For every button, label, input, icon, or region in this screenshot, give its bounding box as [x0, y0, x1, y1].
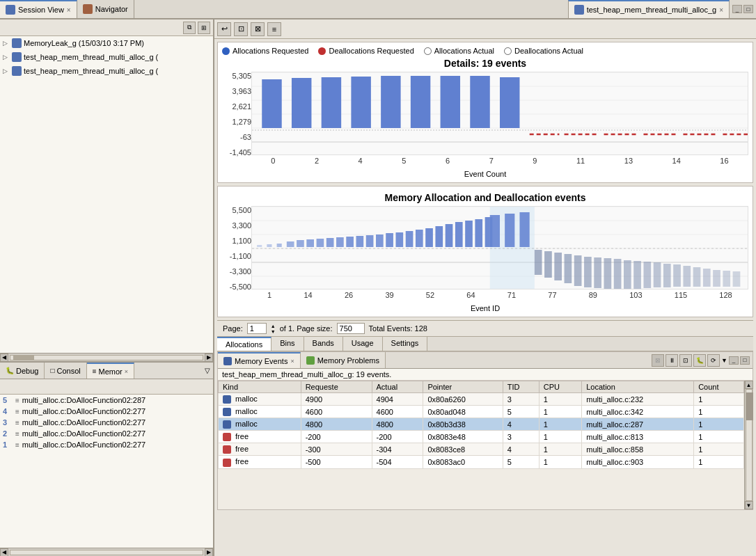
mem-toolbar-btn1[interactable]: ⊠ [652, 354, 664, 367]
col-pointer[interactable]: Pointer [423, 381, 503, 393]
xmid-5: 64 [466, 291, 475, 299]
heap-tab-close[interactable]: × [719, 6, 723, 14]
table-row[interactable]: free -200 -200 0x8083e48 3 1 multi_alloc… [219, 431, 744, 443]
left-toolbar-btn2[interactable]: ⊞ [198, 22, 210, 34]
svg-rect-61 [584, 257, 592, 287]
stack-item[interactable]: 1 ≡ multi_alloc.c:DoAllocFunction02:277 [0, 439, 213, 450]
col-requested[interactable]: Requeste [301, 381, 372, 393]
window-minimize[interactable]: _ [732, 5, 742, 13]
mem-toolbar-maximize[interactable]: □ [740, 356, 750, 365]
tree-node-icon [12, 66, 22, 76]
tree-node-icon [12, 38, 22, 48]
cell-cpu: 1 [539, 431, 581, 443]
tab-console[interactable]: □ Consol [45, 363, 86, 379]
mem-toolbar-btn5[interactable]: ⟳ [707, 354, 720, 367]
tab-memory-problems[interactable]: Memory Problems [301, 352, 386, 368]
bottom-left-chevron[interactable]: ▽ [205, 367, 210, 374]
xtick-9: 14 [672, 157, 681, 165]
col-location[interactable]: Location [582, 381, 694, 393]
xmid-4: 52 [426, 291, 434, 299]
stack-item[interactable]: 3 ≡ multi_alloc.c:DoAllocFunction02:277 [0, 417, 213, 428]
ytick-1: 3,963 [232, 87, 251, 95]
mem-toolbar-btn3[interactable]: ⊡ [679, 354, 692, 367]
svg-rect-62 [594, 257, 601, 288]
svg-rect-45 [425, 228, 433, 247]
navigator-icon [83, 4, 93, 14]
tab-session-view[interactable]: Session View × [0, 0, 77, 18]
stack-item[interactable]: 4 ≡ multi_alloc.c:DoAllocFunction02:277 [0, 406, 213, 417]
cell-location: multi_alloc.c:813 [582, 431, 694, 443]
session-view-close[interactable]: × [67, 6, 71, 14]
col-kind[interactable]: Kind [219, 381, 301, 393]
tree-item[interactable]: ▷ MemoryLeak_g (15/03/10 3:17 PM) [0, 36, 213, 50]
table-scroll-down[interactable]: ▼ [745, 501, 753, 509]
memory-tab-label: Memor [99, 367, 123, 376]
mem-toolbar-dropdown[interactable]: ▼ [721, 357, 727, 364]
right-toolbar-btn3[interactable]: ⊠ [251, 22, 265, 36]
stack-item[interactable]: 2 ≡ multi_alloc.c:DoAllocFunction02:277 [0, 428, 213, 439]
right-toolbar-btn1[interactable]: ↩ [217, 22, 231, 36]
tree-item[interactable]: ▷ test_heap_mem_thread_multi_alloc_g ( [0, 50, 213, 64]
col-count[interactable]: Count [694, 381, 744, 393]
left-scroll-right[interactable]: ▶ [205, 354, 213, 362]
navigator-label: Navigator [95, 5, 128, 13]
tree-expand-icon[interactable]: ▷ [3, 40, 10, 47]
table-row[interactable]: malloc 4900 4904 0x80a6260 3 1 multi_all… [219, 393, 744, 406]
table-row[interactable]: free -300 -304 0x8083ce8 4 1 multi_alloc… [219, 443, 744, 456]
xtick-3: 5 [402, 157, 406, 165]
table-scroll-thumb[interactable] [746, 392, 753, 420]
tree-item[interactable]: ▷ test_heap_mem_thread_multi_alloc_g ( [0, 64, 213, 78]
mem-toolbar-btn2[interactable]: ⏸ [666, 354, 678, 367]
col-actual[interactable]: Actual [372, 381, 423, 393]
svg-rect-57 [544, 251, 552, 278]
col-tid[interactable]: TID [503, 381, 539, 393]
tab-bands[interactable]: Bands [304, 337, 343, 351]
memory-tab-icon: ≡ [93, 367, 97, 375]
table-row[interactable]: malloc 4600 4600 0x80ad048 5 1 multi_all… [219, 406, 744, 418]
tab-allocations[interactable]: Allocations [217, 337, 271, 351]
memory-events-close[interactable]: × [290, 358, 294, 365]
left-scroll-left[interactable]: ◀ [0, 354, 8, 362]
total-events-label: Total Events: 128 [369, 324, 427, 333]
bleft-scroll-left[interactable]: ◀ [0, 548, 8, 557]
stack-item[interactable]: 5 ≡ multi_alloc.c:DoAllocFunction02:287 [0, 395, 213, 406]
tab-usage[interactable]: Usage [343, 337, 383, 351]
memory-tab-close[interactable]: × [125, 368, 128, 375]
mem-toolbar-minimize[interactable]: _ [729, 356, 739, 365]
tab-bins[interactable]: Bins [271, 337, 304, 351]
page-up-btn[interactable]: ▲ [271, 324, 276, 328]
cell-pointer: 0x8083e48 [423, 431, 503, 443]
left-scroll-thumb[interactable] [13, 356, 34, 360]
stack-num: 4 [3, 407, 13, 415]
bleft-scroll-right[interactable]: ▶ [205, 548, 213, 557]
kind-label: malloc [235, 395, 258, 403]
tree-expand-icon[interactable]: ▷ [3, 54, 10, 61]
svg-rect-13 [470, 76, 489, 128]
ymid-0: 5,500 [232, 206, 251, 214]
table-row[interactable]: malloc 4800 4800 0x80b3d38 4 1 multi_all… [219, 418, 744, 431]
right-toolbar-btn4[interactable]: ≡ [267, 22, 281, 36]
table-row[interactable]: free -500 -504 0x8083ac0 5 1 multi_alloc… [219, 456, 744, 468]
page-of-label: of 1. Page size: [280, 324, 333, 333]
svg-rect-46 [435, 226, 443, 247]
window-restore[interactable]: □ [743, 5, 753, 13]
right-toolbar-btn2[interactable]: ⊡ [234, 22, 248, 36]
tab-settings[interactable]: Settings [383, 337, 428, 351]
tab-heap[interactable]: test_heap_mem_thread_multi_alloc_g × [568, 0, 730, 18]
table-scroll-up[interactable]: ▲ [745, 381, 753, 389]
left-toolbar-btn1[interactable]: ⧉ [183, 22, 196, 34]
tab-memory[interactable]: ≡ Memor × [87, 363, 134, 379]
svg-rect-37 [346, 237, 354, 247]
col-cpu[interactable]: CPU [539, 381, 581, 393]
tab-memory-events[interactable]: Memory Events × [218, 352, 301, 368]
mem-toolbar-btn4[interactable]: 🐛 [693, 354, 706, 367]
tab-navigator[interactable]: Navigator [77, 0, 134, 18]
tab-debug[interactable]: 🐛 Debug [0, 363, 45, 379]
svg-rect-29 [267, 244, 271, 247]
page-size-input[interactable] [337, 323, 365, 334]
legend-alloc-actual: Allocations Actual [424, 47, 494, 55]
page-input[interactable] [247, 323, 267, 334]
page-down-btn[interactable]: ▼ [271, 329, 276, 334]
stack-num: 3 [3, 418, 13, 427]
tree-expand-icon[interactable]: ▷ [3, 67, 10, 74]
